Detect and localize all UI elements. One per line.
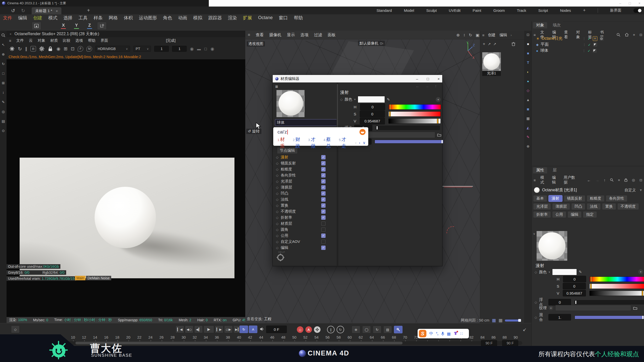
subsample-plus-icon[interactable]: ⊞ (64, 46, 67, 52)
enabled-check-icon[interactable]: ✓ (588, 37, 591, 41)
channel-row[interactable]: ◇ 圆角 ✓ (276, 227, 337, 233)
key-rotation-button[interactable]: ↻ (337, 326, 344, 333)
axis-y-button[interactable]: Y (71, 22, 82, 29)
channel-checkbox[interactable]: ✓ (321, 173, 326, 177)
channel-row[interactable]: ◇ 漫射 ✓ (276, 154, 337, 160)
menu-item[interactable]: 跟踪器 (208, 15, 222, 21)
channel-checkbox[interactable]: ✓ (321, 240, 326, 244)
reset-icon[interactable]: R (30, 46, 36, 52)
s-slider[interactable] (589, 284, 644, 289)
channel-checkbox[interactable]: ✓ (321, 155, 326, 159)
new-ui-toggle[interactable] (633, 8, 642, 13)
texture-tag-icon[interactable] (592, 49, 597, 53)
attr-material-preview[interactable] (537, 231, 567, 261)
ime-candidate[interactable]: 2 财政 (293, 136, 304, 149)
grid-toggle-icon[interactable]: ▦ (492, 318, 496, 323)
attr-channel-tab[interactable]: 基本 (533, 195, 547, 202)
channel-checkbox[interactable]: ✓ (321, 209, 326, 214)
viewport-menu-item[interactable]: 过滤 (314, 32, 322, 38)
ime-keyboard-icon[interactable]: ▦ (447, 331, 451, 336)
layout-tab[interactable]: Track (517, 8, 526, 13)
ime-candidate[interactable]: 1 材质 (277, 136, 288, 149)
attr-menu-item[interactable]: 模式 (540, 175, 548, 185)
h-slider[interactable] (389, 104, 441, 110)
focus-pick-icon[interactable]: F (78, 46, 83, 52)
range-end-field-2[interactable]: 90 F (502, 340, 518, 346)
octane-menu-item[interactable]: 比较 (63, 38, 70, 43)
colorspace-select[interactable]: HDR/sRGB ∨ (95, 46, 130, 52)
load-material-icon[interactable]: ↗ (488, 42, 491, 46)
pen-tool-icon[interactable]: ✎ (2, 100, 5, 104)
s-slider[interactable] (388, 111, 441, 117)
attr-up-icon[interactable]: ↑ (604, 178, 606, 182)
mix-slider[interactable] (375, 140, 444, 144)
channel-checkbox[interactable]: ✓ (321, 185, 326, 190)
coordinate-system-icon[interactable]: + (97, 22, 107, 30)
channel-label[interactable]: 粗糙度 (281, 167, 319, 172)
document-tab-close-icon[interactable]: × (56, 9, 58, 13)
channel-label[interactable]: 光泽层 (281, 179, 319, 184)
channel-label[interactable]: 不透明度 (281, 209, 319, 214)
document-tab[interactable]: 未标题 1 * × (32, 7, 61, 14)
camera-swap-icon[interactable]: ⊡‹ (380, 42, 383, 45)
range-end-field-1[interactable]: 90 F (481, 340, 497, 346)
keyframe-diamond-button[interactable]: ◇ (11, 326, 20, 333)
sogou-logo-icon[interactable] (359, 129, 366, 135)
attr-channel-tab[interactable]: 漫射 (548, 195, 562, 202)
menu-item[interactable]: 模式 (48, 15, 57, 21)
rotate-view-icon[interactable]: ↻ (469, 33, 472, 37)
om-home-icon[interactable] (625, 33, 629, 36)
h-value-field[interactable]: 0 (563, 276, 586, 282)
menu-item[interactable]: 体积 (124, 15, 133, 21)
trash-icon[interactable] (512, 42, 515, 46)
octane-menu-item[interactable]: 界面 (101, 38, 108, 43)
channel-checkbox[interactable]: ✓ (321, 228, 326, 232)
color-swatch[interactable] (552, 269, 577, 275)
attr-channel-tab[interactable]: 镜面反射 (564, 195, 585, 202)
menu-item[interactable]: 帮助 (294, 15, 303, 21)
save-material-icon[interactable]: ↗ (493, 42, 496, 46)
octane-menu-item[interactable]: 选项 (75, 38, 83, 43)
object-row-sphere[interactable]: ● 球体 ⋮ ✓ (536, 48, 597, 53)
timeline-scrollbar-thumb[interactable] (75, 342, 403, 344)
attr-filter-icon[interactable]: ≡ (618, 178, 620, 182)
attr-back-icon[interactable]: ← (587, 178, 591, 182)
channel-row[interactable]: ◇ 薄膜层 ✓ (276, 184, 337, 190)
channel-label[interactable]: 置换 (281, 203, 319, 208)
viewport-menu-item[interactable]: 摄像机 (269, 32, 281, 38)
texture-caret-icon[interactable]: ▾ (549, 306, 553, 310)
sound-button[interactable] (258, 326, 266, 333)
attr-channel-tab[interactable]: 置换 (602, 203, 616, 210)
attr-popout-icon[interactable]: ⊡ (639, 178, 642, 182)
pause-render-icon[interactable]: ∥ (25, 46, 27, 52)
texture-field[interactable] (555, 305, 631, 311)
object-row-plane[interactable]: ◆ 平面 ⋮ ✓ (536, 42, 597, 47)
attr-channel-tab[interactable]: 薄膜层 (552, 203, 570, 210)
menu-item[interactable]: 编辑 (18, 15, 27, 21)
next-frame-button[interactable]: ▎▶ (215, 326, 223, 333)
key-rot-toggle[interactable]: ↻ (373, 326, 381, 333)
om-hamburger-icon[interactable]: ≡ (534, 33, 536, 37)
texture-field[interactable] (364, 132, 435, 138)
om-filter-icon[interactable]: ≡ (633, 33, 635, 37)
enabled-check-icon[interactable]: ✓ (588, 43, 591, 47)
settings-gear-icon[interactable] (39, 46, 44, 51)
attr-hamburger-icon[interactable]: ≡ (534, 178, 536, 182)
menu-item[interactable]: 工具 (78, 15, 88, 21)
lock-resolution-icon[interactable] (48, 46, 53, 52)
daylight-tag-icon[interactable]: ☀ (593, 36, 597, 41)
layout-tab[interactable]: Nodes (560, 8, 571, 13)
autokey-button[interactable]: A (305, 326, 312, 333)
add-layout-icon[interactable]: + (583, 8, 586, 13)
pan-view-icon[interactable]: ⊕ (456, 33, 460, 37)
attr-menu-item[interactable]: 编辑 (552, 175, 559, 185)
axis-lock-icon[interactable]: ↕ (3, 90, 4, 95)
channel-row[interactable]: ◇ 凹凸 ✓ (276, 190, 337, 196)
octane-tab-close-icon[interactable]: × (10, 32, 12, 36)
object-name[interactable]: 平面 (541, 42, 549, 47)
sculpt-pen-icon[interactable]: ✎ (527, 135, 530, 139)
octane-menu-item[interactable]: 帮助 (88, 38, 96, 43)
ime-mic-icon[interactable] (441, 332, 444, 336)
channel-row[interactable]: ◇ 编辑 ✓ (276, 245, 337, 251)
ime-expand-icon[interactable]: ∨ (363, 141, 366, 145)
